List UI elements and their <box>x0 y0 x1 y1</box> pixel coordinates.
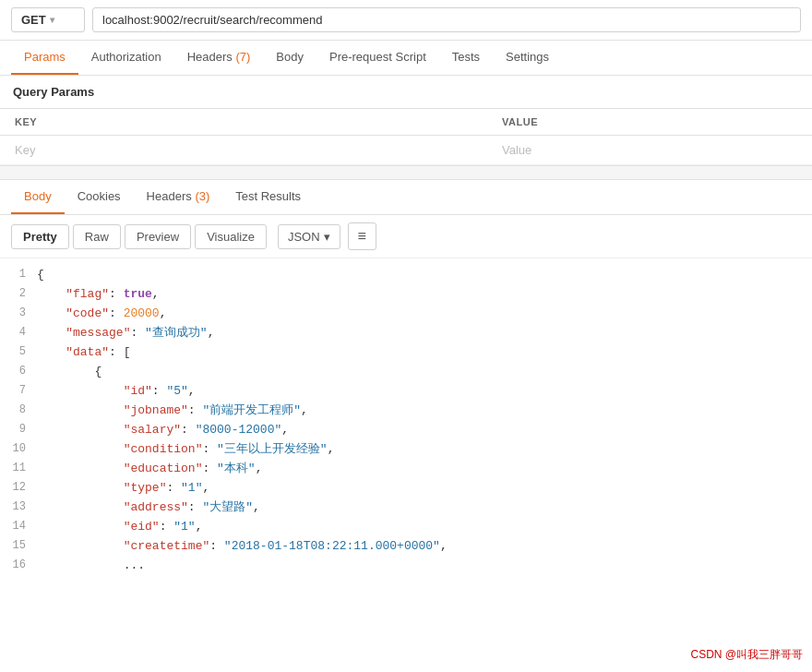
line-content: ... <box>37 557 808 576</box>
json-line: 11 "education": "本科", <box>0 460 812 479</box>
token-key: "address" <box>124 500 188 514</box>
line-number: 8 <box>4 402 37 421</box>
visualize-button[interactable]: Visualize <box>195 224 267 249</box>
token-indent <box>37 500 124 514</box>
json-line: 1{ <box>0 266 812 285</box>
token-key: "message" <box>66 326 130 340</box>
token-indent <box>37 520 124 534</box>
token-key: "condition" <box>124 442 203 456</box>
line-number: 2 <box>4 285 37 305</box>
line-number: 11 <box>4 460 37 479</box>
resp-tab-test-results[interactable]: Test Results <box>222 180 314 214</box>
token-key: "salary" <box>124 423 181 437</box>
line-number: 10 <box>4 440 37 460</box>
format-select[interactable]: JSON ▾ <box>278 224 340 249</box>
pretty-button[interactable]: Pretty <box>11 224 69 249</box>
tab-authorization[interactable]: Authorization <box>78 41 174 75</box>
token-plain: : <box>181 423 196 437</box>
url-bar: GET ▾ <box>0 0 812 41</box>
resp-tab-body[interactable]: Body <box>11 180 65 214</box>
line-content: "id": "5", <box>37 382 808 402</box>
format-label: JSON <box>288 230 320 244</box>
json-line: 5 "data": [ <box>0 343 812 363</box>
format-chevron: ▾ <box>324 230 330 244</box>
token-string: "1" <box>173 520 195 534</box>
token-string: "8000-12000" <box>196 423 282 437</box>
token-key: "createtime" <box>124 539 210 553</box>
token-indent <box>37 462 124 475</box>
token-string: "大望路" <box>202 500 253 514</box>
preview-button[interactable]: Preview <box>125 224 191 249</box>
resp-tab-headers[interactable]: Headers (3) <box>134 180 223 214</box>
token-indent <box>37 326 66 340</box>
token-number: 20000 <box>124 306 160 320</box>
token-string: "2018-01-18T08:22:11.000+0000" <box>224 539 440 553</box>
line-number: 14 <box>4 518 37 537</box>
response-tabs: Body Cookies Headers (3) Test Results <box>0 180 812 215</box>
json-line: 4 "message": "查询成功", <box>0 324 812 343</box>
token-key: "code" <box>66 306 109 320</box>
line-content: "data": [ <box>37 343 808 363</box>
line-number: 9 <box>4 421 37 440</box>
token-brace: { <box>94 365 102 378</box>
line-content: "createtime": "2018-01-18T08:22:11.000+0… <box>37 537 808 557</box>
method-label: GET <box>21 13 46 27</box>
tab-headers[interactable]: Headers (7) <box>174 41 264 75</box>
line-content: "salary": "8000-12000", <box>37 421 808 440</box>
token-plain: , <box>253 500 260 514</box>
token-plain: : <box>188 403 203 417</box>
token-string: "本科" <box>217 462 256 475</box>
resp-tab-cookies[interactable]: Cookies <box>65 180 134 214</box>
method-chevron: ▾ <box>50 15 54 25</box>
token-indent <box>37 539 124 553</box>
token-indent <box>37 384 124 398</box>
token-string: "前端开发工程师" <box>202 403 301 417</box>
raw-button[interactable]: Raw <box>73 224 121 249</box>
method-select[interactable]: GET ▾ <box>11 7 85 32</box>
line-content: "jobname": "前端开发工程师", <box>37 402 808 421</box>
token-plain: : <box>188 500 203 514</box>
token-string: "5" <box>166 384 187 398</box>
json-line: 12 "type": "1", <box>0 479 812 498</box>
line-number: 1 <box>4 266 37 285</box>
line-number: 13 <box>4 498 37 518</box>
section-divider <box>0 165 812 180</box>
token-key: "jobname" <box>124 403 188 417</box>
token-plain: , <box>440 539 448 553</box>
token-string: "三年以上开发经验" <box>217 442 328 456</box>
tab-body[interactable]: Body <box>263 41 316 75</box>
line-content: "eid": "1", <box>37 518 808 537</box>
token-plain: , <box>152 287 160 301</box>
token-plain: , <box>160 306 167 320</box>
line-number: 5 <box>4 343 37 363</box>
token-string: "1" <box>181 481 202 495</box>
tab-prerequest[interactable]: Pre-request Script <box>316 41 439 75</box>
response-toolbar: Pretty Raw Preview Visualize JSON ▾ ≡ <box>0 215 812 258</box>
token-indent <box>37 345 66 359</box>
token-plain: , <box>256 462 263 475</box>
token-key: "flag" <box>66 287 109 301</box>
line-content: "flag": true, <box>37 285 808 305</box>
json-line: 14 "eid": "1", <box>0 518 812 537</box>
token-plain: : <box>160 520 174 534</box>
request-tabs: Params Authorization Headers (7) Body Pr… <box>0 41 812 76</box>
wrap-button[interactable]: ≡ <box>348 222 376 250</box>
url-input[interactable] <box>92 7 801 32</box>
token-plain: : <box>109 287 124 301</box>
line-number: 4 <box>4 324 37 343</box>
line-number: 6 <box>4 363 37 382</box>
line-content: { <box>37 363 808 382</box>
key-column-header: KEY <box>0 109 487 136</box>
token-plain: , <box>208 326 215 340</box>
json-line: 7 "id": "5", <box>0 382 812 402</box>
token-plain: ... <box>124 558 145 572</box>
tab-settings[interactable]: Settings <box>493 41 562 75</box>
tab-tests[interactable]: Tests <box>439 41 493 75</box>
token-key: "type" <box>124 481 167 495</box>
line-number: 12 <box>4 479 37 498</box>
line-content: "message": "查询成功", <box>37 324 808 343</box>
key-placeholder[interactable]: Key <box>0 136 487 165</box>
json-line: 6 { <box>0 363 812 382</box>
value-placeholder[interactable]: Value <box>487 136 812 165</box>
tab-params[interactable]: Params <box>11 41 78 75</box>
